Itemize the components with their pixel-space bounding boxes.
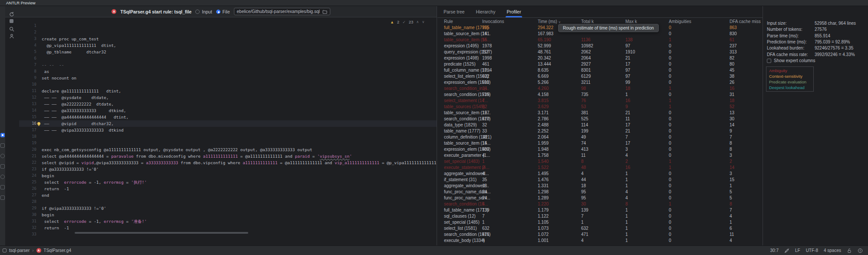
- refresh-icon[interactable]: [9, 11, 15, 17]
- profiler-row[interactable]: if_statement (31)351.476441015: [437, 177, 763, 183]
- cell-invocations: 4: [482, 238, 538, 244]
- cell-max-k: 3: [625, 146, 669, 152]
- start-rule-label: TSqlParser.g4 start rule: tsql_file: [120, 9, 191, 14]
- checkbox-icon[interactable]: [767, 59, 771, 63]
- column-header-invocations[interactable]: Invocations: [482, 19, 538, 25]
- unlocked-padlock-icon[interactable]: [847, 248, 852, 253]
- stripe-icon-7[interactable]: [0, 195, 5, 200]
- profiler-row[interactable]: execute_parameter (1...41.75811403: [437, 152, 763, 159]
- parse-stats-panel: Input size:52958 char, 964 linesNumber o…: [763, 6, 868, 245]
- profiler-row[interactable]: set_special (1483)11.5408212: [437, 159, 763, 165]
- profiler-row[interactable]: aggregate_windowed...181.33118101: [437, 183, 763, 189]
- profiler-row[interactable]: sql_clauses (12)71.1227104: [437, 213, 763, 219]
- profiler-row[interactable]: func_proc_name_serv...241.28995405: [437, 195, 763, 201]
- profiler-row[interactable]: column_definition (1421)182.06449707: [437, 134, 763, 140]
- file-radio[interactable]: File: [216, 9, 230, 14]
- cell-rule: table_source_item (15...: [444, 37, 482, 43]
- cell-dfa-cache-miss: 313: [730, 49, 763, 55]
- tab-parse-tree[interactable]: Parse tree: [444, 6, 464, 17]
- indent-setting[interactable]: 4 spaces: [824, 248, 841, 253]
- breadcrumb-project[interactable]: tsql-parser: [9, 248, 30, 253]
- profiler-row[interactable]: execute_body (1334)41.0014104: [437, 238, 763, 244]
- cell-dfa-cache-miss: 4: [730, 213, 763, 219]
- tab-hierarchy[interactable]: Hierarchy: [476, 6, 495, 17]
- profiler-row[interactable]: select_statement (14...73.8157616118: [437, 98, 763, 104]
- profiler-row[interactable]: data_type (1829)322.48811417014: [437, 122, 763, 128]
- profiler-row[interactable]: set_special (1485)11.1051101: [437, 219, 763, 225]
- stripe-icon-6[interactable]: [0, 185, 5, 189]
- profiler-row[interactable]: table_source_item (15...141.959741708: [437, 140, 763, 146]
- stripe-icon-5[interactable]: [0, 175, 5, 179]
- profiler-row[interactable]: func_proc_name_data...241.29895405: [437, 189, 763, 195]
- stop-icon[interactable]: [10, 19, 13, 23]
- caret-position[interactable]: 30:7: [770, 248, 778, 253]
- code-line: 32 return -1: [19, 225, 437, 231]
- profiler-row[interactable]: execute_statement (4...21.5224816114: [437, 165, 763, 171]
- code-line: 28: [19, 199, 437, 205]
- stripe-icon-4[interactable]: [0, 164, 5, 169]
- input-radio[interactable]: Input: [195, 9, 212, 14]
- profiler-row[interactable]: expression_elem (1589)4021.948413308: [437, 146, 763, 152]
- cell-time: 52.999: [538, 43, 581, 49]
- inspections-widget[interactable]: ▲ 2 ✓ 23 ∧ ∨: [390, 20, 424, 24]
- profiler-icon[interactable]: [9, 33, 15, 39]
- line-number: 25: [19, 179, 36, 185]
- cell-rule: search_condition (1516): [444, 232, 482, 238]
- folder-icon[interactable]: [322, 10, 327, 14]
- cell-ambiguities: 0: [669, 207, 730, 213]
- cell-dfa-cache-miss: 45: [730, 67, 763, 73]
- cell-ambiguities: 0: [669, 67, 730, 73]
- line-separator[interactable]: LF: [795, 248, 800, 253]
- profiler-row[interactable]: table_source_item (15...1273.17138121013: [437, 110, 763, 116]
- column-header-ambiguities[interactable]: Ambiguities: [669, 19, 730, 25]
- profiler-row[interactable]: query_expression (1527)11748.76120621910…: [437, 49, 763, 55]
- status-bar: tsql-parser › A TSqlParser.g4 30:7 LF UT…: [0, 245, 868, 255]
- tab-profiler[interactable]: Profiler: [506, 6, 521, 17]
- notifications-icon[interactable]: [858, 248, 863, 253]
- legend-context-sensitivity: Context-sensitivity: [769, 73, 811, 79]
- profiler-row[interactable]: search_condition (1517)4702.78652511030: [437, 116, 763, 122]
- column-header-dfa-cache-miss[interactable]: DFA cache miss: [730, 19, 763, 25]
- profiler-row[interactable]: expression (1495)197852.99910982970237: [437, 43, 763, 49]
- line-number: 20: [19, 146, 36, 153]
- profiler-row[interactable]: table_sources (1545)823.629539152: [437, 104, 763, 110]
- profiler-row[interactable]: search_condition (1519)7354.1587351031: [437, 92, 763, 98]
- profiler-row[interactable]: table_name (1777)332.2521992109: [437, 128, 763, 134]
- profiler-row[interactable]: expression_elem (1590)6115.266321199026: [437, 79, 763, 86]
- stat-label: Lookahead burden:: [767, 46, 804, 50]
- intention-bulb-icon[interactable]: [37, 122, 40, 125]
- profiler-row[interactable]: predicate (1525)46113.444292717080: [437, 61, 763, 67]
- cell-invocations: 402: [482, 146, 538, 152]
- profiler-row[interactable]: expression (1498)199820.342206421082: [437, 55, 763, 61]
- profiler-row[interactable]: aggregate_windowed...41.4954103: [437, 171, 763, 177]
- profiler-row[interactable]: select_list_elem (1592)6326.669612997038: [437, 73, 763, 79]
- code-editor[interactable]: 123create proc up_com_test4 @p_vipa11111…: [19, 17, 437, 245]
- stat-row: Parse time (ms):855.914: [767, 33, 867, 39]
- stripe-antlr-preview-icon[interactable]: [0, 133, 5, 137]
- cell-max-k: 1: [625, 177, 669, 183]
- stripe-icon-3[interactable]: [0, 154, 5, 158]
- search-icon[interactable]: [9, 26, 15, 32]
- line-number: 4: [19, 42, 36, 49]
- breadcrumb-file[interactable]: TSqlParser.g4: [44, 248, 71, 253]
- cell-total-k: 413: [581, 146, 625, 152]
- horizontal-scrollbar[interactable]: [75, 232, 248, 234]
- file-encoding[interactable]: UTF-8: [806, 248, 818, 253]
- show-expert-columns-option[interactable]: Show expert columns: [767, 58, 815, 63]
- cell-dfa-cache-miss: 2: [730, 159, 763, 165]
- profiler-row[interactable]: table_source_item (15...5665.19011361381…: [437, 37, 763, 43]
- profiler-row[interactable]: search_condition_in (...144.2609818116: [437, 86, 763, 92]
- readonly-pen-icon[interactable]: [784, 248, 789, 253]
- radio-circle-icon: [216, 10, 220, 14]
- chevron-down-icon[interactable]: ∨: [422, 20, 424, 24]
- profiler-row[interactable]: search_condition (15...41.22030818: [437, 201, 763, 207]
- column-header-rule[interactable]: Rule: [444, 19, 482, 25]
- chevron-up-icon[interactable]: ∧: [416, 20, 419, 24]
- profiler-row[interactable]: full_column_name (17...10948.63583019704…: [437, 67, 763, 73]
- profiler-row[interactable]: full_table_name (1773)1391.179139107: [437, 207, 763, 213]
- stripe-icon-2[interactable]: [0, 143, 5, 148]
- profiler-row[interactable]: select_list (1581)6321.073632106: [437, 225, 763, 232]
- profiler-row[interactable]: search_condition (1516)4711.0724711011: [437, 232, 763, 238]
- file-path-field[interactable]: ebelice/Github/tsql-parser/examples/big.…: [234, 8, 330, 15]
- cell-invocations: 632: [482, 225, 538, 232]
